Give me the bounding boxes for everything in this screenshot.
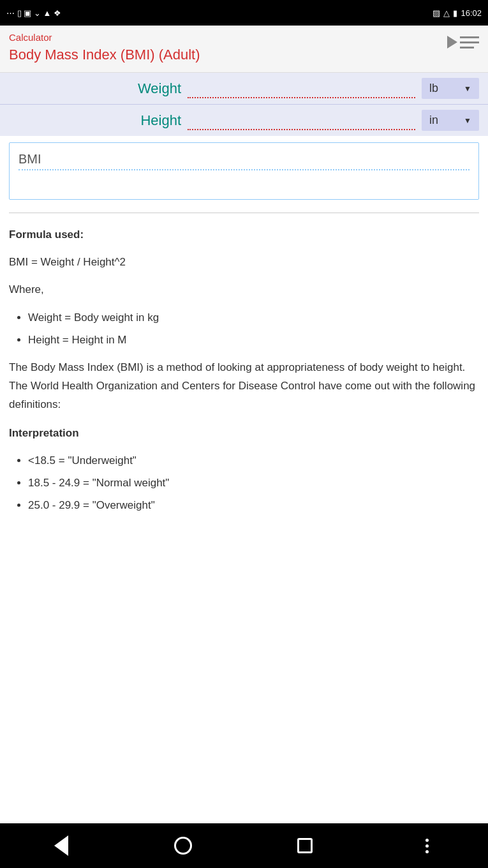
time-display: 16:02 bbox=[461, 8, 482, 18]
bottom-nav-bar bbox=[0, 823, 488, 868]
formula-header: Formula used: bbox=[9, 226, 479, 243]
bmi-output-label: BMI bbox=[18, 149, 470, 170]
battery-icon: ▮ bbox=[453, 8, 457, 18]
header-text: Calculator Body Mass Index (BMI) (Adult) bbox=[9, 32, 200, 63]
weight-label: Weight bbox=[9, 80, 188, 97]
interpretation-bullets: <18.5 = "Underweight" 18.5 - 24.9 = "Nor… bbox=[28, 452, 479, 514]
height-row: Height in ▼ bbox=[0, 105, 488, 136]
interpretation-header: Interpretation bbox=[9, 424, 479, 442]
height-input[interactable] bbox=[188, 110, 415, 130]
height-unit-select[interactable]: in ▼ bbox=[422, 110, 479, 131]
weight-unit-arrow: ▼ bbox=[464, 84, 471, 93]
more-dot-1 bbox=[425, 839, 429, 842]
formula-text: BMI = Weight / Height^2 bbox=[9, 253, 479, 271]
home-icon bbox=[174, 837, 192, 855]
where-text: Where, bbox=[9, 281, 479, 298]
recents-icon bbox=[297, 838, 313, 853]
menu-line-1 bbox=[460, 36, 479, 38]
play-icon bbox=[447, 36, 457, 49]
interp-underweight: <18.5 = "Underweight" bbox=[28, 452, 479, 469]
content-section: Formula used: BMI = Weight / Height^2 Wh… bbox=[0, 220, 488, 537]
weight-unit-select[interactable]: lb ▼ bbox=[422, 78, 479, 99]
height-label: Height bbox=[9, 112, 188, 129]
app-header: Calculator Body Mass Index (BMI) (Adult) bbox=[0, 26, 488, 73]
bmi-output-box: BMI bbox=[9, 142, 479, 200]
wifi-icon: ▨ bbox=[433, 8, 440, 18]
recents-button[interactable] bbox=[289, 830, 321, 862]
header-menu[interactable] bbox=[447, 32, 479, 49]
signal-1-icon: △ bbox=[443, 8, 450, 18]
more-dot-3 bbox=[425, 850, 429, 853]
weight-row: Weight lb ▼ bbox=[0, 73, 488, 105]
status-icons-left: ⋯ ▯ ▣ ⌄ ▲ ❖ bbox=[6, 8, 61, 18]
formula-bullets: Weight = Body weight in kg Height = Heig… bbox=[28, 309, 479, 348]
page-title: Body Mass Index (BMI) (Adult) bbox=[9, 47, 200, 63]
section-divider bbox=[9, 213, 479, 213]
menu-play-icon[interactable] bbox=[447, 36, 479, 49]
status-icons-right: ▨ △ ▮ 16:02 bbox=[433, 8, 482, 18]
interp-normal: 18.5 - 24.9 = "Normal weight" bbox=[28, 474, 479, 491]
weight-unit-value: lb bbox=[429, 82, 438, 95]
bullet-height: Height = Height in M bbox=[28, 331, 479, 348]
menu-line-2 bbox=[460, 41, 479, 43]
back-button[interactable] bbox=[45, 830, 77, 862]
back-icon bbox=[54, 835, 68, 856]
more-dot-2 bbox=[425, 844, 429, 848]
menu-line-3 bbox=[460, 47, 474, 49]
height-unit-arrow: ▼ bbox=[464, 116, 471, 125]
weight-input[interactable] bbox=[188, 79, 415, 98]
bullet-weight: Weight = Body weight in kg bbox=[28, 309, 479, 326]
home-button[interactable] bbox=[167, 830, 199, 862]
app-name: Calculator bbox=[9, 32, 200, 43]
status-bar: ⋯ ▯ ▣ ⌄ ▲ ❖ ▨ △ ▮ 16:02 bbox=[0, 0, 488, 26]
notification-icons: ⋯ ▯ ▣ ⌄ ▲ ❖ bbox=[6, 8, 61, 18]
hamburger-icon bbox=[460, 36, 479, 49]
calculator-form: Weight lb ▼ Height in ▼ bbox=[0, 73, 488, 136]
description-text: The Body Mass Index (BMI) is a method of… bbox=[9, 359, 479, 414]
more-button[interactable] bbox=[411, 830, 443, 862]
height-unit-value: in bbox=[429, 114, 438, 127]
interp-overweight: 25.0 - 29.9 = "Overweight" bbox=[28, 497, 479, 514]
